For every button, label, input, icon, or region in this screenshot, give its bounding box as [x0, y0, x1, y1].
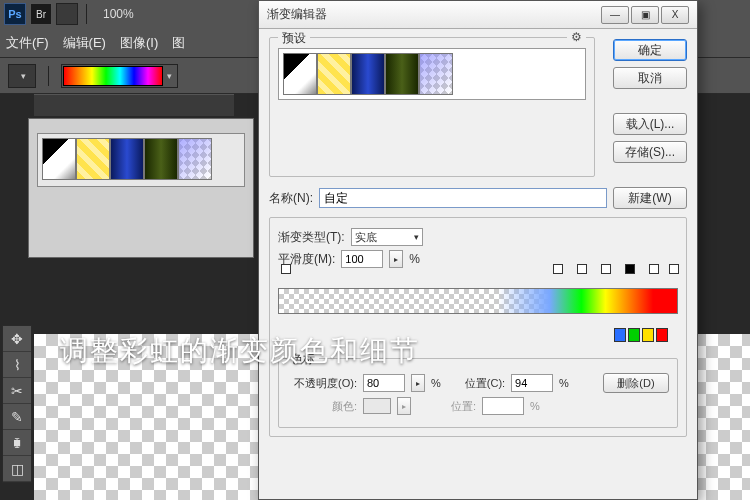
location2-label: 位置: [451, 399, 476, 414]
preset-swatch[interactable] [178, 138, 212, 180]
location-input[interactable] [511, 374, 553, 392]
smoothness-input[interactable] [341, 250, 383, 268]
color-well [363, 398, 391, 414]
gradient-ramp[interactable] [278, 288, 678, 314]
divider [48, 66, 49, 86]
color-stop[interactable] [642, 328, 654, 342]
load-button[interactable]: 载入(L)... [613, 113, 687, 135]
gradient-editor-bar [278, 276, 678, 342]
opacity-stop[interactable] [669, 264, 679, 274]
preset-swatch[interactable] [317, 53, 351, 95]
preset-swatch[interactable] [42, 138, 76, 180]
name-label: 名称(N): [269, 190, 313, 207]
percent-label: % [409, 252, 420, 266]
location-label: 位置(C): [465, 376, 505, 391]
color-label: 颜色: [287, 399, 357, 414]
opacity-stop[interactable] [577, 264, 587, 274]
preset-swatch[interactable] [110, 138, 144, 180]
preset-grid [37, 133, 245, 187]
stops-fieldset: 色标 不透明度(O): ▸ % 位置(C): % 删除(D) 颜色: ▸ [278, 358, 678, 428]
presets-label: 预设 [278, 30, 310, 47]
new-button[interactable]: 新建(W) [613, 187, 687, 209]
launch-mini-bridge-icon[interactable] [56, 3, 78, 25]
chevron-down-icon[interactable]: ▾ [163, 71, 176, 81]
location2-input [482, 397, 524, 415]
preset-swatch[interactable] [76, 138, 110, 180]
preset-swatch[interactable] [144, 138, 178, 180]
opacity-spinner[interactable]: ▸ [411, 374, 425, 392]
opacity-stop[interactable] [601, 264, 611, 274]
divider [86, 4, 87, 24]
menu-image[interactable]: 图像(I) [120, 34, 158, 52]
tool-preset-picker[interactable] [8, 64, 36, 88]
name-input[interactable] [319, 188, 607, 208]
menu-layer[interactable]: 图 [172, 34, 185, 52]
brush-tool-icon[interactable]: ✎ [3, 404, 31, 430]
opacity-stop[interactable] [553, 264, 563, 274]
delete-button[interactable]: 删除(D) [603, 373, 669, 393]
stamp-tool-icon[interactable]: ⧯ [3, 430, 31, 456]
opacity-input[interactable] [363, 374, 405, 392]
menu-edit[interactable]: 编辑(E) [63, 34, 106, 52]
bridge-icon[interactable]: Br [30, 3, 52, 25]
zoom-level[interactable]: 100% [95, 7, 142, 21]
save-button[interactable]: 存储(S)... [613, 141, 687, 163]
flyout-menu-icon[interactable]: ⚙ [567, 30, 586, 44]
ok-button[interactable]: 确定 [613, 39, 687, 61]
maximize-button[interactable]: ▣ [631, 6, 659, 24]
preset-swatch[interactable] [351, 53, 385, 95]
stops-label: 色标 [287, 351, 319, 368]
dialog-title-bar[interactable]: 渐变编辑器 — ▣ X [259, 1, 697, 29]
preset-swatch[interactable] [385, 53, 419, 95]
type-combo[interactable]: 实底 [351, 228, 423, 246]
dialog-title: 渐变编辑器 [267, 6, 327, 23]
color-stop[interactable] [628, 328, 640, 342]
opacity-stop[interactable] [649, 264, 659, 274]
crop-tool-icon[interactable]: ✂ [3, 378, 31, 404]
preset-swatch[interactable] [283, 53, 317, 95]
preset-swatch[interactable] [419, 53, 453, 95]
move-tool-icon[interactable]: ✥ [3, 326, 31, 352]
gradient-type-fieldset: 渐变类型(T): 实底 平滑度(M): ▸ % [269, 217, 687, 437]
lasso-tool-icon[interactable]: ⌇ [3, 352, 31, 378]
preset-grid [278, 48, 586, 100]
color-spinner: ▸ [397, 397, 411, 415]
photoshop-icon: Ps [4, 3, 26, 25]
cancel-button[interactable]: 取消 [613, 67, 687, 89]
document-tab[interactable] [34, 94, 234, 116]
opacity-stop[interactable] [625, 264, 635, 274]
toolbox: ✥ ⌇ ✂ ✎ ⧯ ◫ [2, 325, 32, 483]
eraser-tool-icon[interactable]: ◫ [3, 456, 31, 482]
menu-file[interactable]: 文件(F) [6, 34, 49, 52]
opacity-label: 不透明度(O): [287, 376, 357, 391]
type-label: 渐变类型(T): [278, 229, 345, 246]
color-stop[interactable] [614, 328, 626, 342]
smoothness-spinner[interactable]: ▸ [389, 250, 403, 268]
gradient-preview[interactable] [63, 66, 163, 86]
minimize-button[interactable]: — [601, 6, 629, 24]
gradient-picker-dropdown [28, 118, 254, 258]
opacity-stop[interactable] [281, 264, 291, 274]
presets-fieldset: 预设 ⚙ [269, 37, 595, 177]
color-stop[interactable] [656, 328, 668, 342]
gradient-editor-dialog: 渐变编辑器 — ▣ X 确定 取消 载入(L)... 存储(S)... 预设 ⚙ [258, 0, 698, 500]
close-button[interactable]: X [661, 6, 689, 24]
